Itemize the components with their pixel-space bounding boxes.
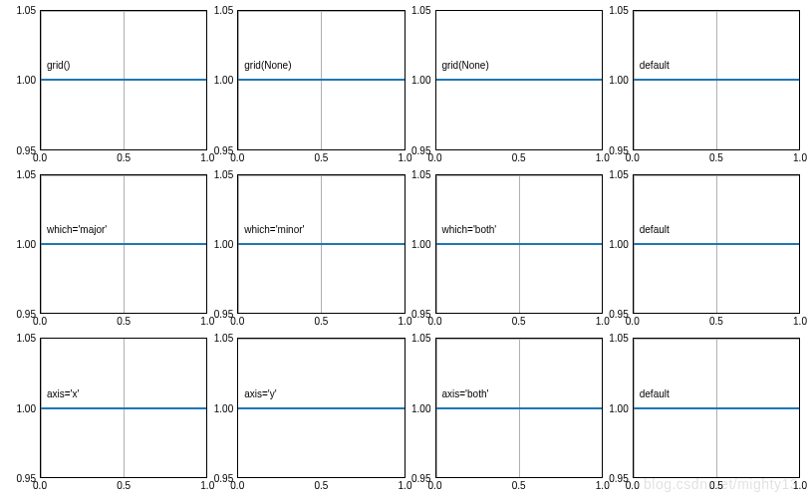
plot-area: default — [633, 10, 800, 150]
x-tick-label: 0.5 — [117, 316, 131, 327]
x-tick-label: 0.5 — [117, 152, 131, 163]
y-axis-ticks: 1.05 1.00 0.95 — [12, 338, 40, 478]
y-axis-ticks: 1.05 1.00 0.95 — [407, 338, 435, 478]
y-tick-label: 1.00 — [411, 238, 430, 249]
subplot: 1.05 1.00 0.95 default 0.0 0.5 1.0 — [605, 10, 800, 166]
y-tick-label: 1.00 — [411, 75, 430, 86]
x-tick-label: 0.0 — [428, 480, 442, 491]
y-tick-label: 1.00 — [214, 75, 233, 86]
y-tick-label: 1.05 — [411, 168, 430, 179]
annotation-text: default — [640, 224, 670, 235]
annotation-text: which='major' — [47, 224, 107, 235]
y-axis-ticks: 1.05 1.00 0.95 — [605, 338, 633, 478]
x-axis-ticks: 0.0 0.5 1.0 — [633, 478, 800, 494]
subplot: 1.05 1.00 0.95 which='minor' 0.0 0.5 1.0 — [209, 174, 405, 331]
subplot: 1.05 1.00 0.95 which='major' 0.0 0.5 1.0 — [12, 174, 207, 331]
data-line — [41, 407, 206, 409]
x-tick-label: 1.0 — [793, 480, 807, 491]
subplot: 1.05 1.00 0.95 grid(None) 0.0 0.5 1.0 — [209, 10, 405, 166]
x-axis-ticks: 0.0 0.5 1.0 — [435, 150, 603, 166]
annotation-text: default — [640, 388, 670, 399]
x-tick-label: 0.0 — [33, 152, 47, 163]
plot-area: which='major' — [40, 174, 207, 315]
x-tick-label: 0.5 — [709, 316, 723, 327]
data-line — [238, 243, 404, 245]
subplot: 1.05 1.00 0.95 axis='both' 0.0 0.5 1.0 — [407, 338, 603, 494]
y-tick-label: 1.05 — [411, 5, 430, 16]
plot-area: default — [633, 174, 800, 315]
annotation-text: which='both' — [442, 224, 497, 235]
data-line — [634, 79, 799, 81]
data-line — [41, 243, 206, 245]
gridline-vertical — [206, 11, 207, 149]
plot-area: grid() — [40, 10, 207, 150]
data-line — [238, 407, 404, 409]
x-axis-ticks: 0.0 0.5 1.0 — [435, 478, 603, 494]
y-axis-ticks: 1.05 1.00 0.95 — [12, 10, 40, 150]
data-line — [41, 79, 206, 81]
y-axis-ticks: 1.05 1.00 0.95 — [209, 10, 237, 150]
y-tick-label: 1.05 — [411, 333, 430, 344]
plot-area: axis='y' — [237, 338, 405, 478]
y-tick-label: 1.05 — [214, 333, 233, 344]
x-tick-label: 0.5 — [117, 480, 131, 491]
gridline-horizontal — [238, 339, 404, 340]
y-tick-label: 1.00 — [411, 402, 430, 413]
data-line — [634, 407, 799, 409]
annotation-text: grid() — [47, 61, 70, 72]
y-axis-ticks: 1.05 1.00 0.95 — [12, 174, 40, 315]
data-line — [436, 79, 602, 81]
y-tick-label: 1.05 — [609, 168, 628, 179]
x-axis-ticks: 0.0 0.5 1.0 — [633, 150, 800, 166]
gridline-vertical — [799, 339, 800, 477]
plot-area: default — [633, 338, 800, 478]
subplot: 1.05 1.00 0.95 default 0.0 0.5 1.0 — [605, 338, 800, 494]
x-tick-label: 0.5 — [512, 480, 526, 491]
subplot: 1.05 1.00 0.95 axis='y' 0.0 0.5 1.0 — [209, 338, 405, 494]
gridline-vertical — [405, 11, 406, 149]
x-tick-label: 0.0 — [230, 152, 244, 163]
y-axis-ticks: 1.05 1.00 0.95 — [605, 10, 633, 150]
x-tick-label: 0.0 — [33, 480, 47, 491]
x-tick-label: 0.0 — [33, 316, 47, 327]
y-axis-ticks: 1.05 1.00 0.95 — [209, 174, 237, 315]
x-axis-ticks: 0.0 0.5 1.0 — [237, 150, 405, 166]
y-tick-label: 1.00 — [17, 238, 36, 249]
x-tick-label: 0.0 — [428, 316, 442, 327]
x-tick-label: 0.0 — [428, 152, 442, 163]
x-tick-label: 0.5 — [512, 152, 526, 163]
x-tick-label: 0.0 — [230, 480, 244, 491]
y-tick-label: 1.05 — [609, 5, 628, 16]
y-tick-label: 1.00 — [17, 402, 36, 413]
x-tick-label: 0.0 — [626, 152, 640, 163]
x-tick-label: 0.5 — [512, 316, 526, 327]
x-tick-label: 1.0 — [793, 152, 807, 163]
y-tick-label: 1.05 — [214, 5, 233, 16]
plot-area: which='both' — [435, 174, 603, 315]
x-axis-ticks: 0.0 0.5 1.0 — [40, 314, 207, 330]
subplot: 1.05 1.00 0.95 which='both' 0.0 0.5 1.0 — [407, 174, 603, 331]
x-tick-label: 0.5 — [314, 152, 328, 163]
y-tick-label: 1.00 — [17, 75, 36, 86]
y-axis-ticks: 1.05 1.00 0.95 — [209, 338, 237, 478]
x-tick-label: 0.5 — [314, 480, 328, 491]
annotation-text: grid(None) — [442, 61, 489, 72]
y-tick-label: 1.00 — [214, 402, 233, 413]
data-line — [436, 243, 602, 245]
x-axis-ticks: 0.0 0.5 1.0 — [633, 314, 800, 330]
subplot: 1.05 1.00 0.95 default 0.0 0.5 1.0 — [605, 174, 800, 331]
y-tick-label: 1.00 — [609, 402, 628, 413]
gridline-vertical — [799, 11, 800, 149]
y-tick-label: 1.05 — [17, 5, 36, 16]
annotation-text: default — [640, 61, 670, 72]
plot-area: grid(None) — [435, 10, 603, 150]
subplot: 1.05 1.00 0.95 grid() 0.0 0.5 1.0 — [12, 10, 207, 166]
data-line — [436, 407, 602, 409]
y-tick-label: 1.05 — [17, 168, 36, 179]
subplot: 1.05 1.00 0.95 grid(None) 0.0 0.5 1.0 — [407, 10, 603, 166]
annotation-text: axis='x' — [47, 388, 79, 399]
x-tick-label: 1.0 — [793, 316, 807, 327]
x-tick-label: 0.5 — [314, 316, 328, 327]
x-axis-ticks: 0.0 0.5 1.0 — [40, 478, 207, 494]
x-axis-ticks: 0.0 0.5 1.0 — [40, 150, 207, 166]
